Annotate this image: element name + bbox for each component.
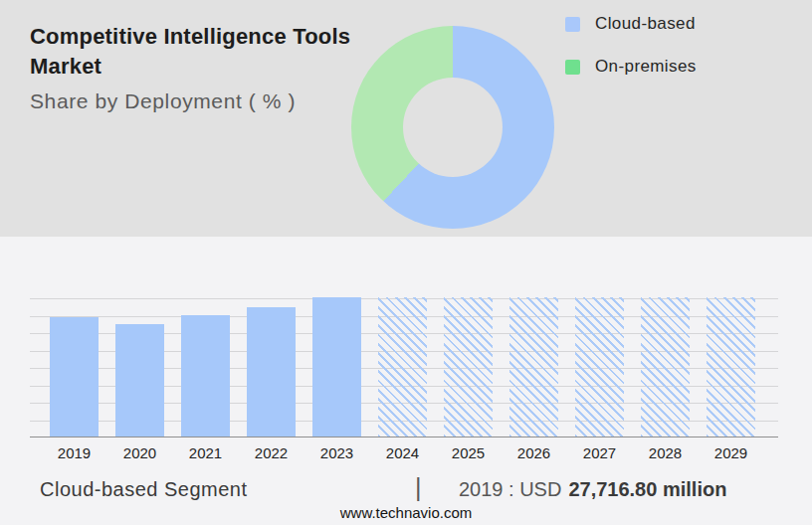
- legend-item-cloud-based: Cloud-based: [565, 16, 697, 32]
- x-axis-label-2028: 2028: [641, 444, 690, 461]
- bar-2027-forecast: [575, 297, 624, 437]
- legend-item-on-premises: On-premises: [565, 59, 697, 75]
- x-axis-label-2023: 2023: [312, 444, 361, 461]
- donut-chart: [351, 26, 554, 229]
- value-amount: 27,716.80 million: [568, 478, 726, 500]
- x-axis-labels: 2019202020212022202320242025202620272028…: [30, 444, 778, 462]
- legend-label: On-premises: [595, 57, 697, 77]
- page-title: Competitive Intelligence Tools Market: [30, 22, 373, 82]
- x-axis-label-2019: 2019: [50, 444, 99, 461]
- donut-legend: Cloud-based On-premises: [565, 16, 697, 75]
- x-axis-label-2026: 2026: [509, 444, 558, 461]
- bar-2021: [181, 315, 230, 437]
- donut-hole: [403, 78, 503, 177]
- x-axis-label-2024: 2024: [378, 444, 427, 461]
- bar-2024-forecast: [378, 297, 427, 437]
- x-axis-label-2025: 2025: [444, 444, 493, 461]
- x-axis-label-2029: 2029: [707, 444, 755, 461]
- header-panel: Competitive Intelligence Tools Market Sh…: [0, 0, 812, 237]
- cloud-based-swatch-icon: [565, 17, 580, 32]
- bar-2020: [115, 324, 164, 437]
- bar-2022: [247, 307, 296, 437]
- bar-2019: [50, 317, 99, 437]
- website-url: www.technavio.com: [0, 504, 812, 521]
- x-axis-label-2021: 2021: [181, 444, 230, 461]
- bar-2023: [312, 297, 361, 437]
- x-axis-label-2022: 2022: [247, 444, 296, 461]
- segment-value: 2019 : USD27,716.80 million: [459, 478, 726, 501]
- bar-2026-forecast: [509, 297, 558, 437]
- x-axis-label-2027: 2027: [575, 444, 624, 461]
- chart-subtitle: Share by Deployment ( % ): [30, 89, 373, 113]
- footer-separator: |: [415, 473, 422, 502]
- title-block: Competitive Intelligence Tools Market Sh…: [30, 22, 373, 113]
- segment-caption: Cloud-based Segment: [40, 478, 248, 501]
- bar-2029-forecast: [707, 297, 755, 437]
- bar-chart-plot: [30, 298, 778, 438]
- value-prefix: 2019 : USD: [459, 478, 561, 500]
- bar-2028-forecast: [641, 297, 690, 437]
- x-axis-label-2020: 2020: [115, 444, 164, 461]
- bar-2025-forecast: [444, 297, 493, 437]
- on-premises-swatch-icon: [565, 60, 580, 75]
- legend-label: Cloud-based: [595, 14, 696, 34]
